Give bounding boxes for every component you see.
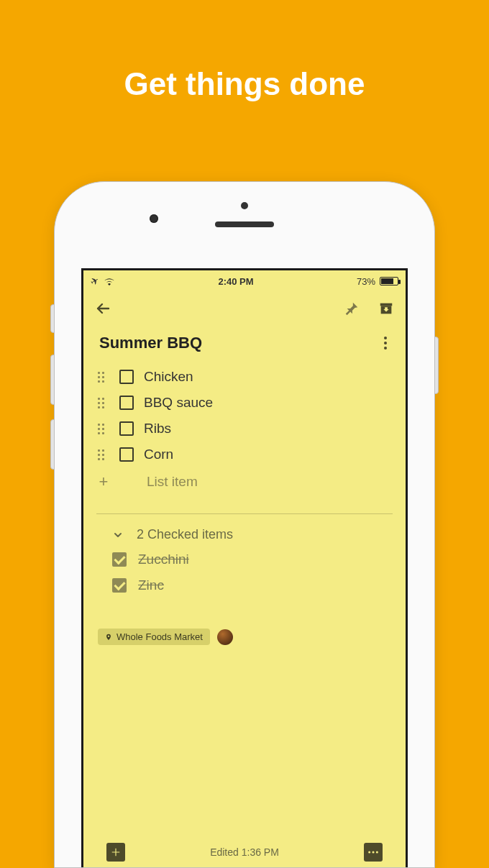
- status-time: 2:40 PM: [218, 276, 253, 287]
- location-chip-label: Whole Foods Market: [116, 631, 203, 642]
- add-item-placeholder: List item: [147, 474, 198, 490]
- checked-items-label: 2 Checked items: [137, 527, 233, 542]
- phone-side-button: [434, 337, 439, 394]
- list-item-label[interactable]: Zinc: [138, 577, 164, 593]
- checkbox[interactable]: [119, 370, 134, 384]
- checkbox[interactable]: [119, 396, 134, 410]
- app-bar: [83, 289, 406, 324]
- more-button[interactable]: [364, 843, 383, 862]
- list-item-label[interactable]: Chicken: [144, 369, 193, 385]
- edited-timestamp: Edited 1:36 PM: [210, 846, 279, 858]
- checked-items-toggle[interactable]: 2 Checked items: [96, 521, 393, 547]
- list-item[interactable]: BBQ sauce: [96, 390, 393, 416]
- svg-rect-0: [380, 303, 393, 306]
- checkbox[interactable]: [119, 421, 134, 436]
- archive-button[interactable]: [377, 299, 396, 318]
- phone-side-button: [50, 355, 55, 405]
- battery-percent: 73%: [357, 276, 375, 287]
- drag-handle-icon[interactable]: [98, 424, 109, 434]
- location-pin-icon: [105, 633, 112, 641]
- drag-handle-icon[interactable]: [98, 449, 109, 460]
- airplane-mode-icon: ✈: [88, 274, 101, 288]
- battery-icon: [380, 277, 398, 285]
- checkbox[interactable]: [119, 447, 134, 462]
- phone-sensor: [241, 202, 248, 209]
- svg-point-4: [376, 851, 378, 853]
- list-item[interactable]: Zinc: [96, 572, 393, 598]
- svg-point-2: [368, 851, 370, 853]
- phone-speaker: [215, 221, 274, 227]
- divider: [96, 513, 393, 514]
- screen: ✈ 2:40 PM 73%: [81, 268, 408, 867]
- drag-handle-icon[interactable]: [98, 398, 109, 408]
- back-button[interactable]: [93, 299, 112, 318]
- unchecked-list: Chicken BBQ sauce Ribs Corn: [96, 364, 393, 496]
- list-item-label[interactable]: Zucchini: [138, 552, 189, 567]
- note-title[interactable]: Summer BBQ: [99, 334, 202, 352]
- status-bar: ✈ 2:40 PM 73%: [83, 270, 406, 289]
- note: Summer BBQ Chicken BBQ sauce Ribs: [83, 324, 406, 867]
- hero-headline: Get things done: [0, 0, 489, 102]
- more-options-button[interactable]: [378, 334, 393, 352]
- list-item-label[interactable]: BBQ sauce: [144, 395, 213, 411]
- phone-side-button: [50, 419, 55, 470]
- list-item[interactable]: Chicken: [96, 364, 393, 390]
- list-item[interactable]: Corn: [96, 442, 393, 467]
- wifi-icon: [104, 277, 115, 285]
- phone-camera: [150, 214, 158, 223]
- pin-button[interactable]: [342, 299, 361, 318]
- phone-side-button: [50, 304, 55, 333]
- plus-icon: +: [98, 472, 109, 491]
- svg-point-3: [372, 851, 374, 853]
- location-chip[interactable]: Whole Foods Market: [98, 629, 210, 645]
- phone-frame: ✈ 2:40 PM 73%: [54, 181, 435, 868]
- list-item-label[interactable]: Corn: [144, 447, 173, 462]
- drag-handle-icon[interactable]: [98, 372, 109, 383]
- checkbox[interactable]: [112, 552, 127, 567]
- list-item[interactable]: Zucchini: [96, 547, 393, 572]
- bottom-bar: Edited 1:36 PM: [96, 836, 393, 867]
- list-item-label[interactable]: Ribs: [144, 421, 171, 437]
- chevron-down-icon: [112, 529, 124, 541]
- collaborator-avatar[interactable]: [217, 629, 233, 645]
- checkbox[interactable]: [112, 578, 127, 593]
- list-item[interactable]: Ribs: [96, 416, 393, 442]
- add-list-item[interactable]: + List item: [96, 467, 393, 496]
- add-button[interactable]: [106, 843, 125, 862]
